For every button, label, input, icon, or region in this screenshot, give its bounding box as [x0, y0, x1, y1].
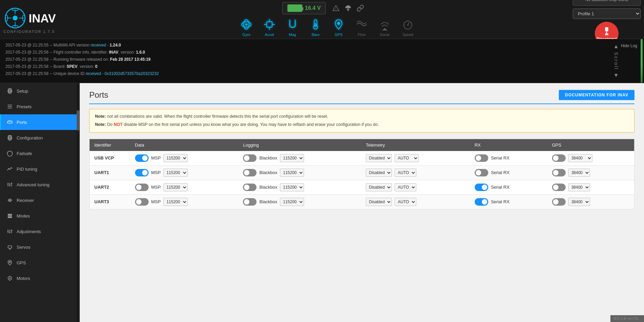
- tel-select-uart2[interactable]: DisabledFRSKY: [366, 183, 392, 191]
- gps-baud-usbvcp[interactable]: 384009600115200: [568, 154, 592, 162]
- sensor-baro[interactable]: Baro: [304, 16, 327, 37]
- sidebar-item-presets[interactable]: Presets: [0, 99, 77, 114]
- sidebar-ports-label: Ports: [17, 120, 27, 125]
- sensor-sonar[interactable]: Sonar: [374, 16, 396, 37]
- svg-rect-43: [7, 121, 12, 123]
- gps-toggle-uart1[interactable]: [552, 169, 566, 176]
- log-baud-uart3[interactable]: 1152009600: [280, 198, 304, 206]
- gps-cell-uart3: 384009600: [552, 198, 629, 206]
- log-toggle-uart2[interactable]: [243, 184, 257, 191]
- sidebar-servos-label: Servos: [17, 245, 30, 250]
- sidebar-item-adjustments[interactable]: Adjustments: [0, 224, 77, 239]
- log-toggle-uart1[interactable]: [243, 169, 257, 176]
- svg-point-28: [337, 22, 340, 25]
- sidebar-item-modes[interactable]: Modes: [0, 208, 77, 224]
- sidebar-advanced-tuning-label: Advanced tuning: [17, 182, 50, 187]
- log-area: 2017-05-23 @ 21:25:55 -- MultiWii API ve…: [0, 39, 644, 83]
- rx-toggle-uart1[interactable]: [475, 169, 488, 176]
- sidebar-item-ports[interactable]: Ports: [0, 114, 77, 130]
- tel-select-uart3[interactable]: DisabledFRSKY: [366, 198, 392, 206]
- gps-baud-uart3[interactable]: 384009600: [568, 198, 590, 206]
- tel-select-uart1[interactable]: DisabledFRSKY: [366, 169, 392, 177]
- data-baud-usbvcp[interactable]: 115200960057600: [164, 154, 188, 162]
- msp-label-uart1: MSP: [151, 170, 161, 175]
- sidebar-item-servos[interactable]: Servos: [0, 239, 77, 255]
- gps-toggle-usbvcp[interactable]: [552, 154, 566, 162]
- battery-voltage: 16.4 V: [305, 5, 321, 11]
- svg-point-1: [13, 16, 18, 21]
- log-baud-usbvcp[interactable]: 1152009600: [280, 154, 304, 162]
- sidebar-item-failsafe[interactable]: Failsafe: [0, 146, 77, 161]
- sidebar-scroll-thumb: [77, 110, 79, 131]
- data-toggle-uart2[interactable]: [135, 184, 149, 191]
- sidebar-item-motors[interactable]: Motors: [0, 270, 77, 286]
- doc-button[interactable]: DOCUMENTATION FOR INAV: [559, 90, 634, 100]
- col-data: Data: [130, 139, 239, 151]
- rx-toggle-uart2[interactable]: [475, 184, 488, 191]
- note-box: Note: not all combinations are valid. Wh…: [89, 109, 634, 133]
- scroll-down-icon[interactable]: ▼: [613, 71, 619, 80]
- gps-baud-uart1[interactable]: 384009600: [568, 169, 590, 177]
- battery-display: 16.4 V: [282, 2, 326, 14]
- warning-icons: !: [331, 3, 365, 13]
- table-row: UART2 MSP 1152009600 Blackbox 1152009600: [90, 180, 634, 194]
- modes-icon: [6, 212, 13, 219]
- sidebar-item-setup[interactable]: Setup: [0, 83, 77, 99]
- log-baud-uart1[interactable]: 1152009600: [280, 169, 304, 177]
- sensor-speed[interactable]: Speed: [397, 16, 419, 37]
- sidebar-scrollbar[interactable]: [77, 83, 79, 322]
- main-content: Ports DOCUMENTATION FOR INAV Note: not a…: [80, 83, 644, 322]
- sensor-gps[interactable]: GPS: [327, 16, 350, 37]
- gps-baud-uart2[interactable]: 384009600: [568, 183, 590, 191]
- data-toggle-uart1[interactable]: [135, 169, 149, 176]
- log-line-4: 2017-05-23 @ 21:25:58 -- Board: SPEV, ve…: [5, 63, 639, 70]
- sidebar-item-pid-tuning[interactable]: PID tuning: [0, 161, 77, 177]
- data-baud-uart1[interactable]: 1152009600: [164, 169, 188, 177]
- data-baud-uart3[interactable]: 1152009600: [164, 198, 188, 206]
- tel-auto-usbvcp[interactable]: AUTO9600115200: [395, 154, 419, 162]
- hide-log-button[interactable]: Hide Log: [621, 42, 637, 50]
- gps-toggle-uart3[interactable]: [552, 198, 566, 206]
- sidebar-item-receiver[interactable]: Receiver: [0, 192, 77, 208]
- svg-point-26: [314, 25, 318, 29]
- sidebar-item-configuration[interactable]: Configuration: [0, 130, 77, 146]
- log-toggle-usbvcp[interactable]: [243, 154, 257, 162]
- sensor-mag[interactable]: Mag: [281, 16, 304, 37]
- log-baud-uart2[interactable]: 1152009600: [280, 183, 304, 191]
- rx-toggle-uart3[interactable]: [475, 198, 488, 206]
- svg-rect-18: [267, 22, 272, 27]
- presets-icon: [6, 103, 13, 110]
- tel-cell-uart3: DisabledFRSKY AUTO9600: [366, 198, 465, 206]
- svg-point-39: [9, 90, 11, 92]
- sensor-flow-label: Flow: [358, 33, 365, 37]
- sensor-accel[interactable]: Accel: [258, 16, 281, 37]
- scroll-indicator: ▲ Scroll ▼: [612, 42, 621, 80]
- sidebar-item-advanced-tuning[interactable]: Advanced tuning: [0, 177, 77, 192]
- serial-rx-label-usbvcp: Serial RX: [491, 155, 510, 160]
- sidebar-item-gps[interactable]: GPS: [0, 255, 77, 270]
- scroll-up-icon[interactable]: ▲: [613, 42, 619, 51]
- rx-toggle-usbvcp[interactable]: [475, 154, 488, 162]
- tel-auto-uart2[interactable]: AUTO9600: [395, 183, 416, 191]
- gps-cell-uart1: 384009600: [552, 169, 629, 177]
- gps-toggle-uart2[interactable]: [552, 184, 566, 191]
- log-line-1: 2017-05-23 @ 21:25:55 -- MultiWii API ve…: [5, 42, 639, 49]
- sensor-flow[interactable]: Flow: [351, 16, 373, 37]
- table-header-row: Identifier Data Logging Telemetry RX GPS: [90, 139, 634, 151]
- svg-text:INAV: INAV: [29, 12, 56, 25]
- sidebar-adjustments-label: Adjustments: [17, 229, 41, 234]
- log-toggle-uart3[interactable]: [243, 198, 257, 206]
- data-baud-uart2[interactable]: 1152009600: [164, 183, 188, 191]
- header: INAV CONFIGURATOR 1.7.0 16.4 V !: [0, 0, 644, 39]
- data-toggle-uart3[interactable]: [135, 198, 149, 206]
- data-toggle-usbvcp[interactable]: [135, 154, 149, 162]
- tel-auto-uart1[interactable]: AUTO9600: [395, 169, 416, 177]
- watermark: 模型之家 and Re...: [610, 315, 644, 322]
- app-subtitle: CONFIGURATOR 1.7.0: [3, 30, 55, 34]
- svg-point-54: [9, 200, 11, 201]
- sidebar-presets-label: Presets: [17, 104, 32, 109]
- sensor-gyro[interactable]: Gyro: [235, 16, 258, 37]
- tel-select-usbvcp[interactable]: DisabledFRSKYMSP: [366, 154, 392, 162]
- profile-select[interactable]: Profile 1 Profile 2 Profile 3: [573, 8, 641, 19]
- tel-auto-uart3[interactable]: AUTO9600: [395, 198, 416, 206]
